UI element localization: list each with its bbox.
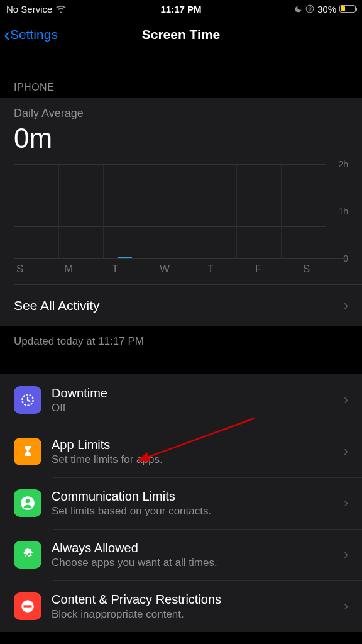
usage-summary[interactable]: Daily Average 0m 2h 1h 0 SMTWTFS <box>0 98 362 284</box>
chevron-right-icon: › <box>344 392 348 408</box>
chevron-right-icon: › <box>344 598 348 614</box>
status-bar: No Service 11:17 PM 30% <box>0 0 362 18</box>
row-content-privacy[interactable]: Content & Privacy RestrictionsBlock inap… <box>0 580 362 632</box>
chart-day-label: W <box>157 259 205 284</box>
usage-chart: 2h 1h 0 <box>14 164 348 258</box>
nav-header: ‹ Settings Screen Time <box>0 18 362 52</box>
chart-day-label: F <box>253 259 300 284</box>
chart-day-label: S <box>300 259 348 284</box>
chart-day-label: T <box>205 259 253 284</box>
downtime-icon <box>14 386 41 414</box>
chevron-right-icon: › <box>344 297 348 314</box>
moon-icon <box>294 5 302 13</box>
battery-percent: 30% <box>317 4 336 14</box>
no-entry-icon <box>14 592 41 620</box>
hourglass-icon <box>14 438 41 465</box>
row-title: Always Allowed <box>52 541 334 555</box>
battery-icon <box>339 5 356 13</box>
section-header-device: IPHONE <box>0 52 362 98</box>
chart-x-axis: SMTWTFS <box>14 258 348 284</box>
svg-rect-6 <box>24 605 32 607</box>
chevron-right-icon: › <box>344 495 348 511</box>
row-communication-limits[interactable]: Communication LimitsSet limits based on … <box>0 477 362 529</box>
row-title: Downtime <box>52 386 334 401</box>
wifi-icon <box>56 5 66 13</box>
chart-bar <box>118 257 132 258</box>
page-title: Screen Time <box>142 27 221 42</box>
row-subtitle: Off <box>52 402 334 414</box>
check-seal-icon <box>14 541 41 569</box>
contact-icon <box>14 489 41 517</box>
y-label-2h: 2h <box>338 159 348 169</box>
chart-day-label: M <box>62 259 109 284</box>
y-label-1h: 1h <box>338 206 348 216</box>
row-subtitle: Choose apps you want at all times. <box>52 557 334 569</box>
chevron-right-icon: › <box>344 443 348 460</box>
clock: 11:17 PM <box>160 4 201 14</box>
row-title: App Limits <box>52 438 334 452</box>
chart-day-label: S <box>14 259 62 284</box>
row-downtime[interactable]: DowntimeOff› <box>0 374 362 426</box>
screen-time-settings-list: DowntimeOff›App LimitsSet time limits fo… <box>0 374 362 632</box>
orientation-lock-icon <box>305 4 314 13</box>
back-label: Settings <box>10 27 58 42</box>
y-label-0: 0 <box>343 253 348 264</box>
chevron-right-icon: › <box>344 547 348 563</box>
row-title: Communication Limits <box>52 489 334 504</box>
svg-point-4 <box>26 499 30 503</box>
svg-rect-1 <box>309 8 311 10</box>
row-subtitle: Set limits based on your contacts. <box>52 505 334 518</box>
daily-average-value: 0m <box>14 123 348 154</box>
daily-average-label: Daily Average <box>14 107 348 120</box>
updated-timestamp: Updated today at 11:17 PM <box>0 326 362 374</box>
row-subtitle: Set time limits for apps. <box>52 453 334 466</box>
back-button[interactable]: ‹ Settings <box>4 18 58 52</box>
row-app-limits[interactable]: App LimitsSet time limits for apps.› <box>0 426 362 477</box>
chevron-left-icon: ‹ <box>4 25 10 44</box>
row-always-allowed[interactable]: Always AllowedChoose apps you want at al… <box>0 529 362 580</box>
carrier-label: No Service <box>6 4 52 14</box>
see-all-activity-row[interactable]: See All Activity › <box>0 285 362 326</box>
svg-point-0 <box>306 5 314 13</box>
row-subtitle: Block inappropriate content. <box>52 608 334 621</box>
row-title: Content & Privacy Restrictions <box>52 592 334 607</box>
see-all-activity-label: See All Activity <box>14 298 100 313</box>
chart-day-label: T <box>109 259 157 284</box>
